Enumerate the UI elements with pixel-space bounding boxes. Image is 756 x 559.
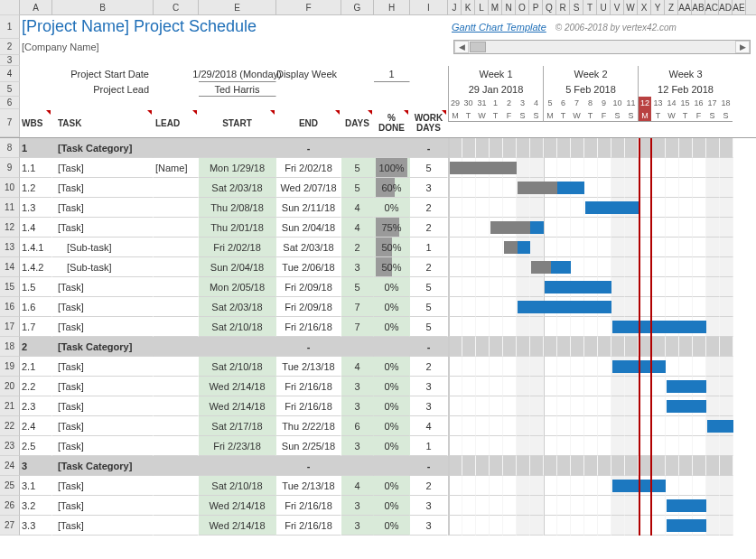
gantt-cell[interactable] (720, 476, 733, 496)
gantt-cell[interactable] (598, 218, 611, 238)
days-cell[interactable]: 3 (341, 496, 374, 516)
gantt-cell[interactable] (571, 496, 584, 516)
gantt-cell[interactable] (666, 416, 679, 436)
gantt-bar[interactable] (585, 201, 639, 214)
gantt-cell[interactable] (720, 357, 733, 377)
gantt-cell[interactable] (503, 396, 517, 416)
gantt-cell[interactable] (557, 436, 571, 456)
gantt-cell[interactable] (625, 238, 639, 257)
gantt-cell[interactable] (625, 297, 639, 317)
col-C[interactable]: C (154, 0, 199, 15)
task-cell[interactable]: [Task] (52, 357, 154, 377)
gantt-cell[interactable] (490, 297, 503, 317)
gantt-cell[interactable] (571, 357, 584, 377)
end-cell[interactable]: Fri 2/09/18 (276, 277, 341, 297)
col-AB[interactable]: AB (692, 0, 705, 15)
pct-cell[interactable]: 0% (374, 496, 410, 516)
gantt-cell[interactable] (639, 396, 652, 416)
col-K[interactable]: K (462, 0, 475, 15)
gantt-cell[interactable] (652, 436, 666, 456)
gantt-cell[interactable] (625, 436, 639, 456)
gantt-cell[interactable] (625, 218, 639, 238)
gantt-cell[interactable] (530, 516, 544, 536)
pct-cell[interactable] (374, 138, 410, 158)
gantt-cell[interactable] (598, 416, 611, 436)
task-cell[interactable]: [Task] (52, 297, 154, 317)
gantt-cell[interactable] (503, 456, 517, 476)
col-A[interactable]: A (20, 0, 52, 15)
gantt-cell[interactable] (476, 337, 490, 357)
gantt-cell[interactable] (503, 476, 517, 496)
gantt-cell[interactable] (639, 416, 652, 436)
gantt-cell[interactable] (652, 277, 666, 297)
gantt-cell[interactable] (490, 178, 503, 198)
gantt-cell[interactable] (530, 138, 544, 158)
end-cell[interactable]: Fri 2/09/18 (276, 297, 341, 317)
gantt-cell[interactable] (490, 337, 503, 357)
col-B[interactable]: B (52, 0, 154, 15)
gantt-cell[interactable] (476, 317, 490, 337)
end-cell[interactable]: - (276, 456, 341, 476)
gantt-cell[interactable] (476, 138, 490, 158)
days-cell[interactable]: 2 (341, 238, 374, 257)
col-J[interactable]: J (448, 0, 462, 15)
gantt-cell[interactable] (530, 337, 544, 357)
gantt-cell[interactable] (544, 238, 557, 257)
gantt-cell[interactable] (449, 257, 462, 277)
lead-cell[interactable] (154, 516, 199, 536)
gantt-cell[interactable] (530, 317, 544, 337)
gantt-cell[interactable] (598, 377, 611, 396)
gantt-cell[interactable] (490, 377, 503, 396)
days-cell[interactable]: 5 (341, 277, 374, 297)
gantt-cell[interactable] (652, 158, 666, 178)
gantt-cell[interactable] (476, 297, 490, 317)
gantt-cell[interactable] (693, 476, 706, 496)
start-cell[interactable]: Wed 2/14/18 (199, 396, 276, 416)
wbs-cell[interactable]: 3.2 (20, 496, 52, 516)
gantt-cell[interactable] (611, 436, 625, 456)
gantt-cell[interactable] (706, 476, 720, 496)
wbs-cell[interactable]: 2.1 (20, 357, 52, 377)
gantt-bar[interactable] (450, 162, 517, 174)
gantt-cell[interactable] (666, 257, 679, 277)
gantt-cell[interactable] (639, 198, 652, 218)
gantt-cell[interactable] (462, 416, 476, 436)
work-cell[interactable]: 2 (410, 198, 448, 218)
wbs-cell[interactable]: 3 (20, 456, 52, 476)
gantt-cell[interactable] (652, 138, 666, 158)
gantt-cell[interactable] (557, 516, 571, 536)
days-cell[interactable] (341, 337, 374, 357)
company-name[interactable]: [Company Name] (20, 39, 52, 55)
start-cell[interactable]: Sat 2/17/18 (199, 416, 276, 436)
gantt-cell[interactable] (462, 396, 476, 416)
gantt-cell[interactable] (598, 516, 611, 536)
wbs-header[interactable]: WBS (20, 109, 52, 137)
gantt-cell[interactable] (679, 476, 693, 496)
gantt-cell[interactable] (666, 277, 679, 297)
start-cell[interactable]: Sat 2/10/18 (199, 357, 276, 377)
gantt-cell[interactable] (652, 257, 666, 277)
pct-cell[interactable]: 0% (374, 297, 410, 317)
days-cell[interactable]: 3 (341, 516, 374, 536)
gantt-cell[interactable] (462, 138, 476, 158)
task-header[interactable]: TASK (52, 109, 154, 137)
gantt-cell[interactable] (462, 178, 476, 198)
gantt-cell[interactable] (639, 377, 652, 396)
days-cell[interactable]: 3 (341, 436, 374, 456)
gantt-cell[interactable] (720, 218, 733, 238)
gantt-cell[interactable] (462, 238, 476, 257)
gantt-cell[interactable] (503, 357, 517, 377)
gantt-cell[interactable] (462, 218, 476, 238)
gantt-cell[interactable] (517, 257, 530, 277)
gantt-bar[interactable] (667, 380, 706, 393)
work-cell[interactable]: 1 (410, 436, 448, 456)
gantt-cell[interactable] (449, 496, 462, 516)
task-cell[interactable]: [Task] (52, 277, 154, 297)
pct-cell[interactable]: 60% (374, 178, 410, 198)
wbs-cell[interactable]: 1.6 (20, 297, 52, 317)
gantt-bar[interactable] (667, 499, 706, 512)
pct-cell[interactable]: 0% (374, 198, 410, 218)
lead-cell[interactable] (154, 218, 199, 238)
gantt-cell[interactable] (625, 516, 639, 536)
pct-cell[interactable] (374, 337, 410, 357)
